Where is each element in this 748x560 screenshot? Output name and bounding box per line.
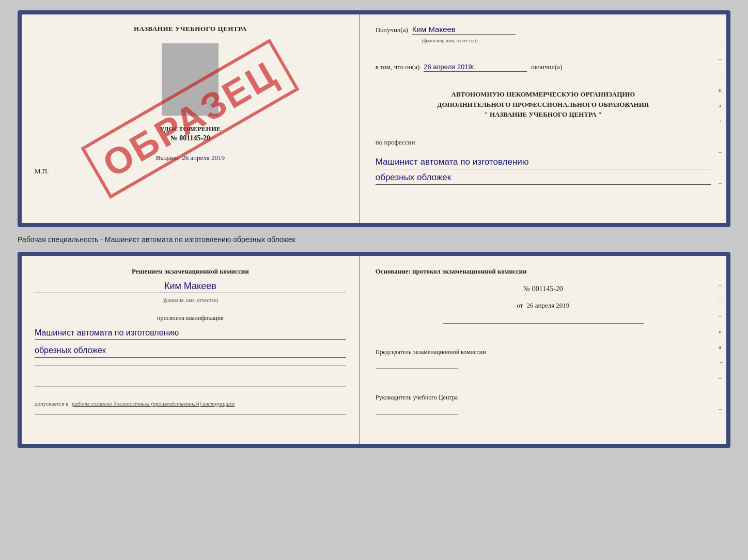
profession-label: по профессии xyxy=(376,138,711,147)
in-that-label: в том, что он(а) xyxy=(376,63,420,71)
decision-text: Решением экзаменационной комиссии xyxy=(35,266,346,277)
side-marks-bottom: – – – и а ← – – – – xyxy=(719,282,726,427)
profession-line2: обрезных обложек xyxy=(376,170,711,185)
vydano-row: Выдано 26 апреля 2019 xyxy=(156,154,225,162)
org-line1: АВТОНОМНУЮ НЕКОММЕРЧЕСКУЮ ОРГАНИЗАЦИЮ xyxy=(376,89,711,100)
допускается-text: работе согласно должностным (производств… xyxy=(72,401,235,407)
qual-line2-text: обрезных обложек xyxy=(35,346,106,355)
bottom-certificate: Решением экзаменационной комиссии Ким Ма… xyxy=(18,252,730,448)
bottom-left-panel: Решением экзаменационной комиссии Ким Ма… xyxy=(22,256,360,444)
school-name-top: НАЗВАНИЕ УЧЕБНОГО ЦЕНТРА xyxy=(134,25,247,33)
protocol-date: от 26 апреля 2019 xyxy=(376,301,711,310)
document-wrapper: НАЗВАНИЕ УЧЕБНОГО ЦЕНТРА ОБРАЗЕЦ УДОСТОВ… xyxy=(18,10,730,448)
bottom-fio-label: (фамилия, имя, отчество) xyxy=(35,297,346,303)
cert-right-panel: Получил(а) Ким Макеев (фамилия, имя, отч… xyxy=(360,14,726,223)
profession-text: Машинист автомата по изготовлению обрезн… xyxy=(376,154,711,185)
completion-row: в том, что он(а) 26 апреля 2019г. окончи… xyxy=(376,63,711,72)
qual-line1-text: Машинист автомата по изготовлению xyxy=(35,328,179,337)
osnov-text: Основание: протокол экзаменационной коми… xyxy=(376,266,711,277)
qualification-line1: Машинист автомата по изготовлению xyxy=(35,326,346,340)
cert-left-panel: НАЗВАНИЕ УЧЕБНОГО ЦЕНТРА ОБРАЗЕЦ УДОСТОВ… xyxy=(22,14,360,223)
specialty-subtitle: Рабочая специальность - Машинист автомат… xyxy=(18,232,730,247)
top-certificate: НАЗВАНИЕ УЧЕБНОГО ЦЕНТРА ОБРАЗЕЦ УДОСТОВ… xyxy=(18,10,730,227)
chairman-signature-line xyxy=(376,359,458,369)
org-line2: ДОПОЛНИТЕЛЬНОГО ПРОФЕССИОНАЛЬНОГО ОБРАЗО… xyxy=(376,100,711,110)
udostoverenie-label: УДОСТОВЕРЕНИЕ xyxy=(160,125,221,133)
org-name: " НАЗВАНИЕ УЧЕБНОГО ЦЕНТРА " xyxy=(376,109,711,120)
head-label: Руководитель учебного Центра xyxy=(376,393,711,402)
blank-line-1 xyxy=(35,365,346,365)
photo-placeholder xyxy=(162,43,219,116)
допускается-prefix: допускается к xyxy=(35,401,68,407)
chairman-label: Председатель экзаменационной комиссии xyxy=(376,347,711,357)
org-block: АВТОНОМНУЮ НЕКОММЕРЧЕСКУЮ ОРГАНИЗАЦИЮ ДО… xyxy=(376,89,711,120)
received-label: Получил(а) xyxy=(376,26,408,34)
blank-line-3 xyxy=(35,387,346,387)
bottom-name: Ким Макеев xyxy=(35,281,346,293)
side-marks-top: – – – и а ← – – – – xyxy=(719,40,726,186)
finished-label: окончил(а) xyxy=(531,63,562,71)
head-row: Руководитель учебного Центра xyxy=(376,393,711,414)
vydano-label: Выдано xyxy=(156,154,178,162)
recipient-name: Ким Макеев xyxy=(412,25,516,35)
qualification-label: присвоена квалификация xyxy=(35,314,346,322)
cert-number: № 001145-20 xyxy=(170,134,210,142)
fio-label-top: (фамилия, имя, отчество) xyxy=(422,38,711,43)
protocol-number: № 001145-20 xyxy=(376,285,711,293)
date-underline xyxy=(443,323,644,324)
head-signature-line xyxy=(376,404,458,414)
blank-line-4 xyxy=(35,414,346,414)
bottom-right-panel: Основание: протокол экзаменационной коми… xyxy=(360,256,726,444)
date-prefix: от xyxy=(517,301,523,309)
допускается-block: допускается к работе согласно должностны… xyxy=(35,401,346,407)
completion-date: 26 апреля 2019г. xyxy=(424,63,527,72)
qualification-line2: обрезных обложек xyxy=(35,344,346,358)
profession-line1: Машинист автомата по изготовлению xyxy=(376,155,711,169)
mp-label: М.П. xyxy=(35,167,49,175)
chairman-row: Председатель экзаменационной комиссии xyxy=(376,347,711,369)
received-row: Получил(а) Ким Макеев xyxy=(376,25,711,35)
vydano-date: 26 апреля 2019 xyxy=(182,154,225,162)
blank-line-2 xyxy=(35,376,346,376)
protocol-date-value: 26 апреля 2019 xyxy=(527,301,570,309)
